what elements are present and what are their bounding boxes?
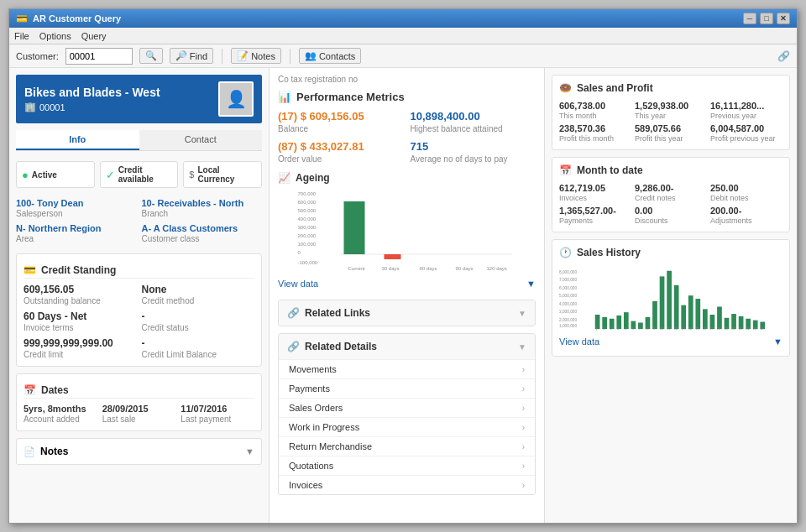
salesperson-value[interactable]: 100- Tony Dean bbox=[16, 198, 137, 208]
related-links-section: 🔗 Related Links ▼ bbox=[278, 300, 536, 326]
tab-info[interactable]: Info bbox=[16, 130, 139, 150]
currency-icon: $ bbox=[189, 170, 194, 180]
last-sale-value: 28/09/2015 bbox=[102, 404, 176, 414]
svg-text:60 days: 60 days bbox=[420, 266, 437, 271]
ageing-chart-container: 700,000 600,000 500,000 400,000 300,000 … bbox=[278, 189, 536, 273]
svg-rect-33 bbox=[652, 301, 657, 329]
svg-text:600,000: 600,000 bbox=[298, 200, 317, 205]
mtd-invoices-label: Invoices bbox=[559, 194, 631, 202]
trend-icon: 📈 bbox=[278, 172, 290, 184]
sales-history-section: 🕐 Sales History 8,000,000 7,000,000 6,00… bbox=[552, 239, 790, 357]
sp-prev-year-value: 16,111,280... bbox=[710, 101, 782, 111]
last-sale-item: 28/09/2015 Last sale bbox=[102, 404, 176, 424]
svg-rect-37 bbox=[681, 305, 686, 330]
mtd-adjustments-label: Adjustments bbox=[710, 216, 782, 225]
contacts-button[interactable]: 👥 Contacts bbox=[299, 48, 361, 64]
mtd-title: 📅 Month to date bbox=[559, 164, 782, 176]
credit-status-value: - bbox=[142, 310, 255, 322]
svg-text:16: 16 bbox=[703, 327, 706, 331]
movements-chevron: › bbox=[522, 365, 525, 374]
related-item-wip[interactable]: Work in Progress › bbox=[279, 417, 535, 436]
credit-limit-value: 999,999,999,999.00 bbox=[24, 337, 137, 349]
credit-icon: ✓ bbox=[106, 169, 115, 181]
notes-button[interactable]: 📝 Notes bbox=[231, 48, 281, 64]
avg-days-item: 715 Average no of days to pay bbox=[411, 140, 536, 164]
search-button[interactable]: 🔍 bbox=[139, 48, 163, 64]
branch-item: 10- Receivables - North Branch bbox=[142, 198, 263, 218]
credit-status-label: Credit status bbox=[142, 323, 255, 332]
binoculars-icon: 🔎 bbox=[175, 50, 187, 61]
area-item: N- Northern Region Area bbox=[16, 223, 137, 243]
close-button[interactable]: ✕ bbox=[777, 13, 790, 24]
notes-section[interactable]: 📄 Notes ▼ bbox=[16, 438, 262, 465]
history-view-data-label: View data bbox=[559, 336, 599, 347]
sp-profit-prev-year-value: 6,004,587.00 bbox=[710, 123, 782, 133]
mtd-discounts-label: Discounts bbox=[635, 216, 707, 225]
notes-doc-icon: 📄 bbox=[24, 446, 35, 457]
credit-title: 💳 Credit Standing bbox=[24, 261, 254, 279]
notes-icon: 📝 bbox=[237, 50, 249, 61]
area-value[interactable]: N- Northern Region bbox=[16, 223, 137, 233]
svg-text:24: 24 bbox=[760, 327, 763, 331]
related-item-payments[interactable]: Payments › bbox=[279, 378, 535, 398]
badge-currency: $ Local Currency bbox=[183, 161, 262, 188]
svg-text:3: 3 bbox=[610, 327, 612, 331]
balance-value: (17) $ 609,156.05 bbox=[278, 110, 404, 123]
svg-text:4: 4 bbox=[617, 327, 619, 331]
svg-rect-35 bbox=[667, 271, 672, 329]
menu-query[interactable]: Query bbox=[81, 31, 107, 41]
sp-profit-month-value: 238,570.36 bbox=[559, 123, 631, 133]
sp-prev-year: 16,111,280... Previous year bbox=[710, 101, 782, 120]
related-details-header-left: 🔗 Related Details bbox=[287, 341, 377, 352]
history-view-data-row[interactable]: View data ▼ bbox=[559, 334, 782, 349]
order-value-item: (87) $ 433,027.81 Order value bbox=[278, 140, 404, 164]
highest-balance-value: 10,898,400.00 bbox=[411, 110, 536, 123]
pie-chart-icon: 🍩 bbox=[559, 82, 572, 94]
avg-days-value: 715 bbox=[411, 140, 536, 153]
svg-rect-36 bbox=[674, 285, 679, 329]
svg-text:22: 22 bbox=[746, 327, 749, 331]
badge-active: ● Active bbox=[16, 161, 95, 188]
svg-rect-39 bbox=[695, 299, 700, 329]
sales-profit-title: 🍩 Sales and Profit bbox=[559, 82, 782, 94]
highest-balance-item: 10,898,400.00 Highest balance attained bbox=[411, 110, 536, 133]
customer-class-value[interactable]: A- A Class Customers bbox=[142, 223, 263, 233]
active-icon: ● bbox=[22, 169, 29, 181]
related-item-invoices[interactable]: Invoices › bbox=[279, 475, 535, 494]
svg-text:14: 14 bbox=[688, 327, 692, 331]
notes-chevron: ▼ bbox=[245, 446, 254, 456]
link-icon: 🔗 bbox=[777, 50, 790, 62]
notes-label: Notes bbox=[40, 446, 68, 457]
menu-file[interactable]: File bbox=[14, 31, 29, 41]
svg-text:30 days: 30 days bbox=[382, 266, 400, 271]
mtd-debit-notes-value: 250.00 bbox=[710, 183, 782, 193]
tab-contact[interactable]: Contact bbox=[139, 130, 263, 150]
related-item-movements[interactable]: Movements › bbox=[279, 359, 535, 378]
maximize-button[interactable]: □ bbox=[760, 13, 773, 24]
customer-input[interactable] bbox=[65, 48, 133, 65]
ageing-title: 📈 Ageing bbox=[278, 172, 536, 184]
mtd-credit-notes-value: 9,286.00- bbox=[635, 183, 707, 193]
sales-profit-grid: 606,738.00 This month 1,529,938.00 This … bbox=[559, 101, 782, 143]
related-details-header[interactable]: 🔗 Related Details ▼ bbox=[279, 334, 535, 359]
minimize-button[interactable]: ─ bbox=[743, 13, 756, 24]
related-details-section: 🔗 Related Details ▼ Movements › Payments… bbox=[278, 333, 536, 495]
ageing-view-data-row[interactable]: View data ▼ bbox=[278, 276, 536, 291]
related-item-return-merch[interactable]: Return Merchandise › bbox=[279, 436, 535, 456]
menu-options[interactable]: Options bbox=[39, 31, 71, 41]
svg-text:1: 1 bbox=[596, 327, 598, 331]
title-bar-controls: ─ □ ✕ bbox=[743, 13, 790, 24]
svg-text:300,000: 300,000 bbox=[298, 225, 317, 230]
building-icon: 🏢 bbox=[24, 102, 36, 112]
related-links-header[interactable]: 🔗 Related Links ▼ bbox=[279, 300, 535, 326]
ageing-section: 📈 Ageing 700,000 600,000 500,000 400,000… bbox=[278, 172, 536, 291]
salesperson-item: 100- Tony Dean Salesperson bbox=[16, 198, 137, 218]
related-item-quotations[interactable]: Quotations › bbox=[279, 456, 535, 475]
find-button[interactable]: 🔎 Find bbox=[170, 48, 213, 64]
related-item-sales-orders[interactable]: Sales Orders › bbox=[279, 398, 535, 417]
salesperson-label: Salesperson bbox=[16, 209, 137, 218]
branch-value[interactable]: 10- Receivables - North bbox=[142, 198, 263, 208]
account-added-item: 5yrs, 8months Account added bbox=[24, 404, 97, 424]
svg-text:21: 21 bbox=[739, 327, 742, 331]
credit-method-value: None bbox=[142, 284, 255, 295]
